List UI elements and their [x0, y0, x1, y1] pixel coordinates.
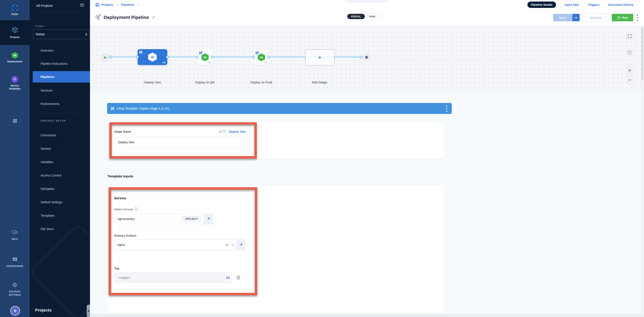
- canvas-select-button[interactable]: [626, 49, 634, 57]
- pin-artifact-button[interactable]: [237, 239, 245, 250]
- module-picker-button[interactable]: [10, 116, 20, 125]
- rail-item-label: DASHBOARDS: [6, 264, 24, 268]
- sidebar-item-label: Pipelines: [40, 75, 54, 78]
- breadcrumb-projects[interactable]: Projects: [102, 3, 113, 6]
- sigma-label: Σx: [226, 276, 230, 280]
- pipeline-start-node[interactable]: ▶: [101, 53, 109, 62]
- stage-node-deploy-to-prod[interactable]: ∞ </>: [254, 50, 269, 65]
- breadcrumb-pipelines[interactable]: Pipelines: [121, 3, 134, 6]
- module-rail: Home Projects ∞ Deployments ✓ Service Re…: [0, 0, 30, 317]
- sidebar-item-connectors[interactable]: Connectors: [30, 132, 90, 138]
- rail-item-label: Projects: [10, 36, 20, 39]
- save-split-button: Save: [553, 14, 580, 21]
- primary-artifact-value: nginx: [118, 243, 125, 246]
- sidebar-item-default-settings[interactable]: Default Settings: [30, 199, 90, 206]
- tag-input[interactable]: [118, 276, 224, 280]
- tag-row: Σx ⚙: [114, 272, 241, 283]
- stage-config-panel: Using Template: Deploy Stage 1 (1.01) ••…: [90, 91, 644, 317]
- pin-service-button[interactable]: [204, 214, 213, 224]
- sidebar-item-templates[interactable]: Templates: [30, 212, 90, 219]
- primary-artifact-input[interactable]: nginx ⊗: [114, 240, 237, 250]
- tag-settings-gear-icon[interactable]: ⚙: [236, 275, 241, 281]
- cd-stage-icon: ∞: [257, 53, 266, 61]
- toggle-visual[interactable]: VISUAL: [347, 14, 365, 19]
- pin-icon: [206, 217, 210, 221]
- stage-label-deploy-to-qa: Deploy to QA: [183, 80, 227, 84]
- pipeline-canvas[interactable]: ▶ ∞ </> Deploy Dev ∞ </> Deploy to QA ∞ …: [90, 26, 644, 92]
- rail-item-home[interactable]: Home: [0, 0, 30, 20]
- node-port: [360, 56, 362, 58]
- rail-item-help[interactable]: ? HELP: [0, 228, 30, 242]
- all-projects-header[interactable]: All Projects: [36, 3, 84, 8]
- app-root: Home Projects ∞ Deployments ✓ Service Re…: [0, 0, 644, 317]
- node-port: [211, 56, 214, 58]
- breadcrumb-separator: ›: [136, 3, 140, 6]
- sidebar-item-secrets[interactable]: Secrets: [30, 145, 90, 152]
- collapse-left-icon: [88, 310, 89, 312]
- user-avatar[interactable]: R: [10, 306, 20, 316]
- project-selector[interactable]: Rohan: [33, 30, 90, 39]
- expression-button[interactable]: Σx: [224, 273, 232, 283]
- chevron-down-icon[interactable]: [231, 243, 234, 246]
- zoom-out-button[interactable]: −: [628, 77, 631, 83]
- tab-execution-history[interactable]: Execution History: [608, 3, 634, 6]
- tab-input-sets[interactable]: Input Sets: [565, 3, 579, 6]
- page-title: Deployment Pipeline: [104, 15, 149, 20]
- cd-stage-icon: ∞: [201, 53, 209, 61]
- panel-bottom-strip: [90, 314, 644, 317]
- select-service-label-row: Select Service ⓘ: [114, 207, 138, 211]
- scrollbar-track[interactable]: [641, 26, 643, 317]
- tab-triggers[interactable]: Triggers: [588, 3, 600, 6]
- save-options-button[interactable]: [572, 14, 580, 21]
- run-label: Run: [622, 16, 628, 19]
- sidebar-item-environments[interactable]: Environments: [30, 100, 90, 107]
- toggle-yaml[interactable]: YAML: [365, 14, 380, 19]
- sidebar-item-delegates[interactable]: Delegates: [30, 186, 90, 192]
- rail-item-dashboards[interactable]: DASHBOARDS: [0, 255, 30, 270]
- sidebar-item-pipelines[interactable]: Pipelines: [33, 71, 90, 82]
- rail-item-account-settings[interactable]: ⚙ ACCOUNT SETTINGS: [0, 279, 30, 299]
- pipeline-end-node[interactable]: [363, 54, 370, 61]
- sidebar-item-label: Variables: [40, 160, 53, 164]
- add-stage-button[interactable]: +: [305, 50, 334, 66]
- edit-pencil-icon[interactable]: ✎: [150, 16, 156, 19]
- clear-icon[interactable]: ⊗: [226, 242, 228, 247]
- stage-name-input[interactable]: [118, 140, 242, 144]
- zoom-in-button[interactable]: +: [628, 68, 631, 74]
- avatar-initial: R: [10, 306, 20, 316]
- sidebar-item-pipeline-executions[interactable]: Pipeline Executions: [30, 60, 90, 67]
- discard-button[interactable]: Discard: [583, 14, 608, 22]
- tab-pipeline-studio[interactable]: Pipeline Studio: [528, 2, 556, 8]
- svg-text:?: ?: [16, 232, 17, 233]
- sidebar-item-overview[interactable]: Overview: [30, 47, 90, 54]
- sidebar-item-access-control[interactable]: Access Control: [30, 172, 90, 179]
- sidebar-item-variables[interactable]: Variables: [30, 159, 90, 165]
- dashboards-icon: [12, 257, 18, 263]
- visual-yaml-toggle: VISUAL YAML: [347, 14, 380, 19]
- breadcrumb: Projects › Pipelines ›: [90, 3, 140, 7]
- sidebar-item-label: Environments: [40, 102, 60, 106]
- all-projects-label: All Projects: [36, 4, 53, 8]
- header-kebab-menu[interactable]: •••: [637, 14, 638, 21]
- sidebar-item-label: Overview: [40, 49, 53, 52]
- scrollbar-thumb[interactable]: [642, 27, 643, 80]
- code-glyph: </>: [264, 61, 267, 64]
- rail-item-deployments[interactable]: ∞ Deployments: [0, 45, 30, 70]
- save-button[interactable]: Save: [553, 14, 572, 21]
- select-service-input[interactable]: nginxcanary PROJECT: [114, 214, 204, 224]
- help-chat-icon: ?: [12, 230, 18, 236]
- template-kebab-menu[interactable]: •••: [446, 105, 447, 112]
- using-template-bar[interactable]: Using Template: Deploy Stage 1 (1.01) ••…: [107, 103, 452, 114]
- canvas-fit-button[interactable]: [626, 32, 634, 40]
- header-actions: Save Discard Run •••: [553, 14, 638, 22]
- run-button[interactable]: Run: [612, 14, 633, 21]
- rail-item-service-reliability[interactable]: ✓ Service Reliability: [0, 70, 30, 96]
- rail-item-projects[interactable]: Projects: [0, 20, 30, 45]
- sidebar-item-services[interactable]: Services: [30, 87, 90, 94]
- stage-node-deploy-dev[interactable]: ∞ </>: [138, 49, 167, 65]
- sidebar-collapse-handle[interactable]: [87, 305, 90, 317]
- sidebar-divider: [36, 113, 84, 113]
- select-service-value: nginxcanary: [118, 217, 134, 221]
- node-port: [136, 56, 139, 58]
- stage-node-deploy-to-qa[interactable]: ∞ </>: [197, 50, 213, 65]
